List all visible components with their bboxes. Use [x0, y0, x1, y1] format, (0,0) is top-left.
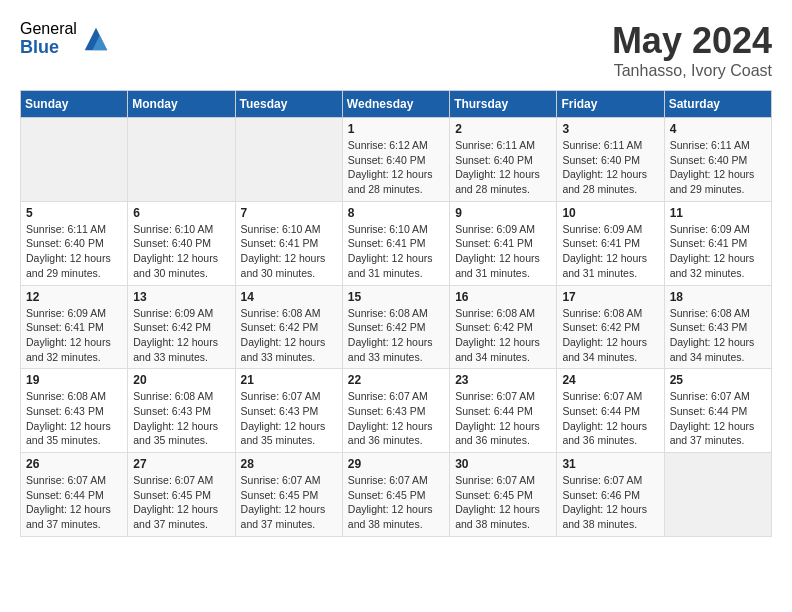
- day-number: 31: [562, 457, 658, 471]
- day-info: Sunrise: 6:09 AM Sunset: 6:41 PM Dayligh…: [455, 222, 551, 281]
- day-number: 17: [562, 290, 658, 304]
- day-info: Sunrise: 6:08 AM Sunset: 6:42 PM Dayligh…: [241, 306, 337, 365]
- day-number: 25: [670, 373, 766, 387]
- day-number: 29: [348, 457, 444, 471]
- day-number: 7: [241, 206, 337, 220]
- calendar-cell: 18Sunrise: 6:08 AM Sunset: 6:43 PM Dayli…: [664, 285, 771, 369]
- calendar-cell: 11Sunrise: 6:09 AM Sunset: 6:41 PM Dayli…: [664, 201, 771, 285]
- day-info: Sunrise: 6:08 AM Sunset: 6:43 PM Dayligh…: [670, 306, 766, 365]
- calendar-cell: 2Sunrise: 6:11 AM Sunset: 6:40 PM Daylig…: [450, 118, 557, 202]
- calendar-cell: 1Sunrise: 6:12 AM Sunset: 6:40 PM Daylig…: [342, 118, 449, 202]
- day-number: 1: [348, 122, 444, 136]
- calendar-cell: 28Sunrise: 6:07 AM Sunset: 6:45 PM Dayli…: [235, 453, 342, 537]
- day-info: Sunrise: 6:07 AM Sunset: 6:45 PM Dayligh…: [241, 473, 337, 532]
- day-info: Sunrise: 6:07 AM Sunset: 6:44 PM Dayligh…: [26, 473, 122, 532]
- calendar-cell: 22Sunrise: 6:07 AM Sunset: 6:43 PM Dayli…: [342, 369, 449, 453]
- calendar-header: SundayMondayTuesdayWednesdayThursdayFrid…: [21, 91, 772, 118]
- day-number: 11: [670, 206, 766, 220]
- logo-blue: Blue: [20, 38, 77, 58]
- day-info: Sunrise: 6:08 AM Sunset: 6:42 PM Dayligh…: [348, 306, 444, 365]
- calendar-cell: 13Sunrise: 6:09 AM Sunset: 6:42 PM Dayli…: [128, 285, 235, 369]
- calendar-cell: 8Sunrise: 6:10 AM Sunset: 6:41 PM Daylig…: [342, 201, 449, 285]
- day-number: 3: [562, 122, 658, 136]
- day-info: Sunrise: 6:11 AM Sunset: 6:40 PM Dayligh…: [26, 222, 122, 281]
- day-number: 13: [133, 290, 229, 304]
- calendar-cell: [664, 453, 771, 537]
- day-info: Sunrise: 6:10 AM Sunset: 6:41 PM Dayligh…: [348, 222, 444, 281]
- calendar-cell: 31Sunrise: 6:07 AM Sunset: 6:46 PM Dayli…: [557, 453, 664, 537]
- header-row: SundayMondayTuesdayWednesdayThursdayFrid…: [21, 91, 772, 118]
- day-info: Sunrise: 6:07 AM Sunset: 6:45 PM Dayligh…: [455, 473, 551, 532]
- day-info: Sunrise: 6:10 AM Sunset: 6:41 PM Dayligh…: [241, 222, 337, 281]
- calendar-cell: 9Sunrise: 6:09 AM Sunset: 6:41 PM Daylig…: [450, 201, 557, 285]
- main-title: May 2024: [612, 20, 772, 62]
- calendar-cell: 3Sunrise: 6:11 AM Sunset: 6:40 PM Daylig…: [557, 118, 664, 202]
- day-info: Sunrise: 6:07 AM Sunset: 6:44 PM Dayligh…: [455, 389, 551, 448]
- day-number: 19: [26, 373, 122, 387]
- day-info: Sunrise: 6:07 AM Sunset: 6:46 PM Dayligh…: [562, 473, 658, 532]
- day-number: 9: [455, 206, 551, 220]
- calendar-body: 1Sunrise: 6:12 AM Sunset: 6:40 PM Daylig…: [21, 118, 772, 537]
- title-area: May 2024 Tanhasso, Ivory Coast: [612, 20, 772, 80]
- day-number: 26: [26, 457, 122, 471]
- day-info: Sunrise: 6:08 AM Sunset: 6:43 PM Dayligh…: [133, 389, 229, 448]
- calendar-cell: 17Sunrise: 6:08 AM Sunset: 6:42 PM Dayli…: [557, 285, 664, 369]
- day-number: 20: [133, 373, 229, 387]
- day-info: Sunrise: 6:07 AM Sunset: 6:44 PM Dayligh…: [670, 389, 766, 448]
- day-number: 10: [562, 206, 658, 220]
- day-info: Sunrise: 6:07 AM Sunset: 6:45 PM Dayligh…: [133, 473, 229, 532]
- calendar-cell: 12Sunrise: 6:09 AM Sunset: 6:41 PM Dayli…: [21, 285, 128, 369]
- day-number: 15: [348, 290, 444, 304]
- calendar-cell: 15Sunrise: 6:08 AM Sunset: 6:42 PM Dayli…: [342, 285, 449, 369]
- calendar-cell: 16Sunrise: 6:08 AM Sunset: 6:42 PM Dayli…: [450, 285, 557, 369]
- day-info: Sunrise: 6:09 AM Sunset: 6:41 PM Dayligh…: [562, 222, 658, 281]
- week-row-2: 5Sunrise: 6:11 AM Sunset: 6:40 PM Daylig…: [21, 201, 772, 285]
- calendar-cell: 4Sunrise: 6:11 AM Sunset: 6:40 PM Daylig…: [664, 118, 771, 202]
- day-number: 12: [26, 290, 122, 304]
- calendar-cell: 5Sunrise: 6:11 AM Sunset: 6:40 PM Daylig…: [21, 201, 128, 285]
- week-row-5: 26Sunrise: 6:07 AM Sunset: 6:44 PM Dayli…: [21, 453, 772, 537]
- day-number: 22: [348, 373, 444, 387]
- day-number: 23: [455, 373, 551, 387]
- day-number: 18: [670, 290, 766, 304]
- calendar-cell: 7Sunrise: 6:10 AM Sunset: 6:41 PM Daylig…: [235, 201, 342, 285]
- week-row-1: 1Sunrise: 6:12 AM Sunset: 6:40 PM Daylig…: [21, 118, 772, 202]
- calendar-cell: [235, 118, 342, 202]
- day-number: 16: [455, 290, 551, 304]
- day-number: 24: [562, 373, 658, 387]
- header-day-monday: Monday: [128, 91, 235, 118]
- day-info: Sunrise: 6:07 AM Sunset: 6:45 PM Dayligh…: [348, 473, 444, 532]
- header-day-thursday: Thursday: [450, 91, 557, 118]
- day-number: 8: [348, 206, 444, 220]
- day-info: Sunrise: 6:07 AM Sunset: 6:43 PM Dayligh…: [241, 389, 337, 448]
- header-day-friday: Friday: [557, 91, 664, 118]
- calendar-cell: 20Sunrise: 6:08 AM Sunset: 6:43 PM Dayli…: [128, 369, 235, 453]
- logo: General Blue: [20, 20, 111, 57]
- calendar-cell: 6Sunrise: 6:10 AM Sunset: 6:40 PM Daylig…: [128, 201, 235, 285]
- day-info: Sunrise: 6:08 AM Sunset: 6:42 PM Dayligh…: [562, 306, 658, 365]
- logo-icon: [81, 24, 111, 54]
- day-info: Sunrise: 6:10 AM Sunset: 6:40 PM Dayligh…: [133, 222, 229, 281]
- day-number: 5: [26, 206, 122, 220]
- day-info: Sunrise: 6:09 AM Sunset: 6:41 PM Dayligh…: [670, 222, 766, 281]
- day-number: 2: [455, 122, 551, 136]
- day-info: Sunrise: 6:12 AM Sunset: 6:40 PM Dayligh…: [348, 138, 444, 197]
- day-number: 27: [133, 457, 229, 471]
- day-info: Sunrise: 6:09 AM Sunset: 6:42 PM Dayligh…: [133, 306, 229, 365]
- page-header: General Blue May 2024 Tanhasso, Ivory Co…: [20, 20, 772, 80]
- day-info: Sunrise: 6:08 AM Sunset: 6:42 PM Dayligh…: [455, 306, 551, 365]
- header-day-saturday: Saturday: [664, 91, 771, 118]
- day-info: Sunrise: 6:11 AM Sunset: 6:40 PM Dayligh…: [670, 138, 766, 197]
- day-number: 14: [241, 290, 337, 304]
- day-info: Sunrise: 6:07 AM Sunset: 6:43 PM Dayligh…: [348, 389, 444, 448]
- logo-text: General Blue: [20, 20, 77, 57]
- day-info: Sunrise: 6:11 AM Sunset: 6:40 PM Dayligh…: [562, 138, 658, 197]
- day-number: 4: [670, 122, 766, 136]
- day-number: 21: [241, 373, 337, 387]
- calendar-cell: [21, 118, 128, 202]
- calendar-cell: 25Sunrise: 6:07 AM Sunset: 6:44 PM Dayli…: [664, 369, 771, 453]
- subtitle: Tanhasso, Ivory Coast: [612, 62, 772, 80]
- calendar-cell: 21Sunrise: 6:07 AM Sunset: 6:43 PM Dayli…: [235, 369, 342, 453]
- calendar-cell: 26Sunrise: 6:07 AM Sunset: 6:44 PM Dayli…: [21, 453, 128, 537]
- calendar-cell: 19Sunrise: 6:08 AM Sunset: 6:43 PM Dayli…: [21, 369, 128, 453]
